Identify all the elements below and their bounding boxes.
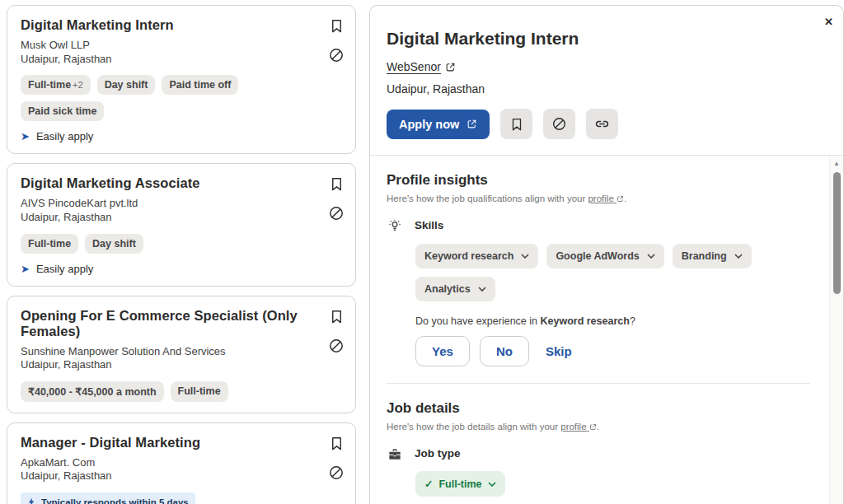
job-card-actions	[328, 176, 345, 222]
not-interested-icon[interactable]	[328, 464, 345, 481]
copy-link-button[interactable]	[586, 109, 618, 139]
tag-job-type: Full-time	[21, 234, 78, 254]
check-icon: ✓	[424, 478, 433, 490]
scrollbar-thumb[interactable]	[833, 172, 841, 294]
job-card-company: Musk Owl LLP	[21, 39, 312, 53]
job-type-chip[interactable]: ✓ Full-time	[415, 471, 505, 497]
block-icon	[551, 116, 567, 132]
job-card-location: Udaipur, Rajasthan	[21, 469, 312, 483]
responds-badge: Typically responds within 5 days	[21, 492, 195, 504]
skill-chip[interactable]: Branding	[673, 244, 752, 268]
external-link-icon	[589, 423, 597, 431]
tag-shift: Day shift	[97, 75, 156, 95]
detail-scroll-area: Profile insights Here's how the job qual…	[370, 155, 843, 504]
briefcase-icon	[387, 446, 403, 463]
job-card-title[interactable]: Digital Marketing Associate	[21, 175, 312, 191]
chevron-down-icon	[734, 254, 743, 259]
job-card[interactable]: Digital Marketing Intern Musk Owl LLP Ud…	[7, 5, 356, 154]
detail-header: Digital Marketing Intern WebSenor Udaipu…	[370, 6, 843, 155]
job-type-label: Job type	[415, 446, 461, 460]
profile-insights-subtext: Here's how the job qualifications align …	[387, 194, 810, 203]
link-icon	[594, 116, 610, 132]
skills-chips: Keyword research Google AdWords Branding…	[415, 244, 810, 301]
apply-now-button[interactable]: Apply now	[387, 110, 490, 139]
easily-apply-label: Easily apply	[36, 263, 93, 275]
external-link-icon	[467, 119, 477, 129]
profile-insights-heading: Profile insights	[387, 172, 810, 189]
detail-job-title: Digital Marketing Intern	[387, 29, 823, 49]
skills-bulb-icon	[387, 217, 403, 235]
job-card-company: Sunshine Manpower Solution And Services	[21, 345, 312, 359]
job-card[interactable]: Opening For E Commerce Specialist (Only …	[7, 296, 356, 413]
scrollbar-up-arrow[interactable]: ▲	[833, 156, 840, 167]
profile-link[interactable]: profile	[588, 194, 624, 203]
job-card-location: Udaipur, Rajasthan	[21, 211, 312, 225]
not-interested-icon[interactable]	[328, 205, 345, 222]
job-card-meta: Sunshine Manpower Solution And Services …	[21, 345, 312, 372]
not-interested-button[interactable]	[543, 109, 575, 139]
bookmark-icon	[509, 117, 524, 132]
tag-more-count: +2	[73, 80, 83, 90]
skills-label: Skills	[415, 217, 443, 231]
job-card-meta: ApkaMart. Com Udaipur, Rajasthan	[21, 456, 312, 483]
job-card-company: ApkaMart. Com	[21, 456, 312, 470]
tag-salary: ₹40,000 - ₹45,000 a month	[21, 381, 164, 402]
not-interested-icon[interactable]	[328, 338, 345, 354]
bookmark-icon[interactable]	[329, 18, 345, 34]
chevron-down-icon	[488, 482, 496, 487]
easily-apply: ➤ Easily apply	[21, 130, 312, 142]
detail-actions: Apply now	[387, 109, 823, 155]
job-card-company: AIVS PincodeKart pvt.ltd	[21, 197, 312, 211]
responds-badge-label: Typically responds within 5 days	[41, 497, 189, 504]
save-job-button[interactable]	[500, 109, 532, 139]
detail-scrollbar[interactable]: ▲	[829, 156, 843, 504]
skip-link[interactable]: Skip	[546, 344, 572, 358]
company-link[interactable]: WebSenor	[387, 60, 456, 73]
chevron-down-icon	[478, 287, 486, 292]
job-card-title[interactable]: Opening For E Commerce Specialist (Only …	[21, 308, 312, 339]
easily-apply: ➤ Easily apply	[21, 263, 312, 275]
chevron-down-icon	[647, 254, 655, 259]
job-card-actions	[328, 309, 345, 354]
job-card-title[interactable]: Manager - Digital Marketing	[21, 435, 312, 450]
job-card-tags: Full-time Day shift	[21, 234, 312, 254]
job-details-subtext: Here's how the job details align with yo…	[387, 422, 810, 432]
job-card-tags: ₹40,000 - ₹45,000 a month Full-time	[21, 381, 312, 402]
tag-shift: Day shift	[85, 234, 143, 254]
tag-job-type: Full-time	[171, 381, 228, 402]
close-icon[interactable]: ✕	[824, 16, 833, 28]
easily-apply-label: Easily apply	[36, 130, 93, 142]
profile-insights-section: Profile insights Here's how the job qual…	[387, 172, 810, 366]
job-card-location: Udaipur, Rajasthan	[21, 53, 312, 67]
job-card[interactable]: Digital Marketing Associate AIVS Pincode…	[7, 163, 356, 286]
easily-apply-icon: ➤	[21, 131, 30, 142]
job-card-title[interactable]: Digital Marketing Intern	[21, 17, 312, 33]
page: Digital Marketing Intern Musk Owl LLP Ud…	[0, 0, 844, 504]
lightning-icon	[27, 497, 36, 504]
question-answers: Yes No Skip	[415, 336, 810, 366]
chevron-down-icon	[521, 254, 529, 259]
job-results-list: Digital Marketing Intern Musk Owl LLP Ud…	[7, 5, 356, 504]
skill-chip[interactable]: Keyword research	[415, 244, 538, 268]
job-detail-panel: ✕ Digital Marketing Intern WebSenor Udai…	[369, 5, 844, 504]
external-link-icon	[445, 62, 456, 72]
yes-button[interactable]: Yes	[415, 336, 470, 366]
job-card-meta: AIVS PincodeKart pvt.ltd Udaipur, Rajast…	[21, 197, 312, 224]
job-card[interactable]: Manager - Digital Marketing ApkaMart. Co…	[7, 422, 356, 504]
not-interested-icon[interactable]	[328, 47, 345, 63]
profile-link[interactable]: profile	[560, 422, 597, 432]
job-card-location: Udaipur, Rajasthan	[21, 358, 312, 372]
bookmark-icon[interactable]	[329, 176, 345, 192]
skill-chip[interactable]: Google AdWords	[546, 244, 663, 268]
bookmark-icon[interactable]	[329, 436, 345, 451]
job-card-actions	[328, 436, 345, 481]
job-card-actions	[328, 18, 345, 63]
external-link-icon	[617, 195, 624, 203]
skill-chip[interactable]: Analytics	[415, 277, 495, 301]
no-button[interactable]: No	[480, 336, 529, 366]
job-details-section: Job details Here's how the job details a…	[387, 384, 810, 498]
detail-location: Udaipur, Rajasthan	[387, 82, 823, 96]
tag-job-type: Full-time+2	[21, 75, 91, 95]
easily-apply-icon: ➤	[21, 264, 30, 274]
bookmark-icon[interactable]	[329, 309, 345, 324]
